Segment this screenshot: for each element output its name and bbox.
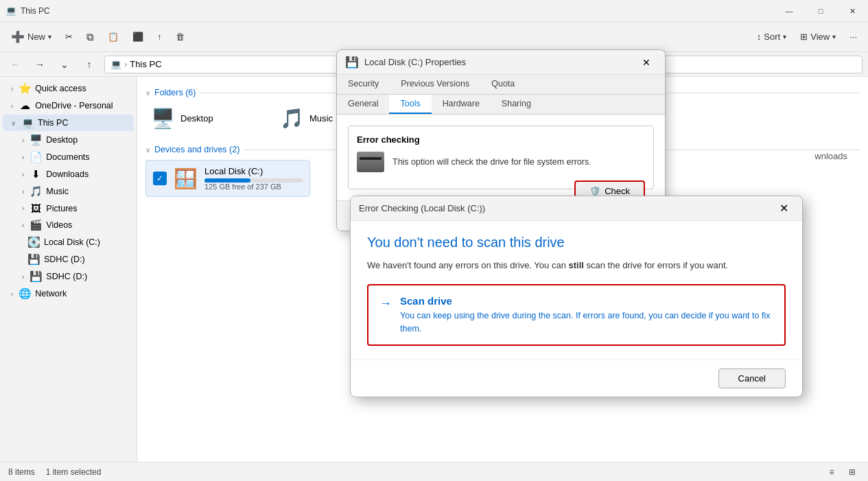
tabs-row-top: Security Previous Versions Quota <box>337 75 665 95</box>
properties-dialog-title: Local Disk (C:) Properties <box>364 57 631 67</box>
error-checking-row: This option will check the drive for fil… <box>357 152 645 172</box>
ec-dialog-title: Error Checking (Local Disk (C:)) <box>359 203 773 213</box>
scan-option-description: You can keep using the drive during the … <box>400 309 773 336</box>
error-check-dialog: Error Checking (Local Disk (C:)) ✕ You d… <box>350 196 803 397</box>
tab-security[interactable]: Security <box>337 75 390 94</box>
tabs-row-bottom: General Tools Hardware Sharing <box>337 95 665 115</box>
tab-general[interactable]: General <box>337 95 389 114</box>
properties-dialog-icon: 💾 <box>345 56 359 69</box>
scan-option-content: Scan drive You can keep using the drive … <box>400 295 773 336</box>
tab-sharing[interactable]: Sharing <box>491 95 542 114</box>
error-checking-section: Error checking This option will check th… <box>348 126 654 189</box>
ec-close-button[interactable]: ✕ <box>773 198 794 219</box>
dialog-overlay: 💾 Local Disk (C:) Properties ✕ Security … <box>0 0 868 481</box>
ec-content: You don't need to scan this drive We hav… <box>351 221 802 360</box>
ec-body: We haven't found any errors on this driv… <box>367 259 786 273</box>
ec-title-bar: Error Checking (Local Disk (C:)) ✕ <box>351 196 802 221</box>
tab-previous-versions[interactable]: Previous Versions <box>390 75 480 94</box>
properties-dialog-content: Error checking This option will check th… <box>337 115 665 200</box>
tab-tools[interactable]: Tools <box>389 95 431 114</box>
scan-arrow-icon: → <box>379 296 392 311</box>
ec-footer: Cancel <box>351 360 802 397</box>
scan-drive-option[interactable]: → Scan drive You can keep using the driv… <box>367 284 786 347</box>
ec-cancel-button[interactable]: Cancel <box>718 368 786 388</box>
properties-close-button[interactable]: ✕ <box>636 52 657 73</box>
error-description: This option will check the drive for fil… <box>392 156 591 169</box>
properties-title-bar: 💾 Local Disk (C:) Properties ✕ <box>337 50 665 75</box>
error-checking-title: Error checking <box>357 134 645 145</box>
shield-icon: 🛡️ <box>589 186 600 196</box>
drive-thumbnail <box>357 152 384 172</box>
ec-headline: You don't need to scan this drive <box>367 235 786 250</box>
tab-hardware[interactable]: Hardware <box>432 95 491 114</box>
properties-tabs: Security Previous Versions Quota General… <box>337 75 665 115</box>
tab-quota[interactable]: Quota <box>480 75 526 94</box>
check-button-label: Check <box>605 186 630 196</box>
scan-option-title: Scan drive <box>400 295 773 307</box>
